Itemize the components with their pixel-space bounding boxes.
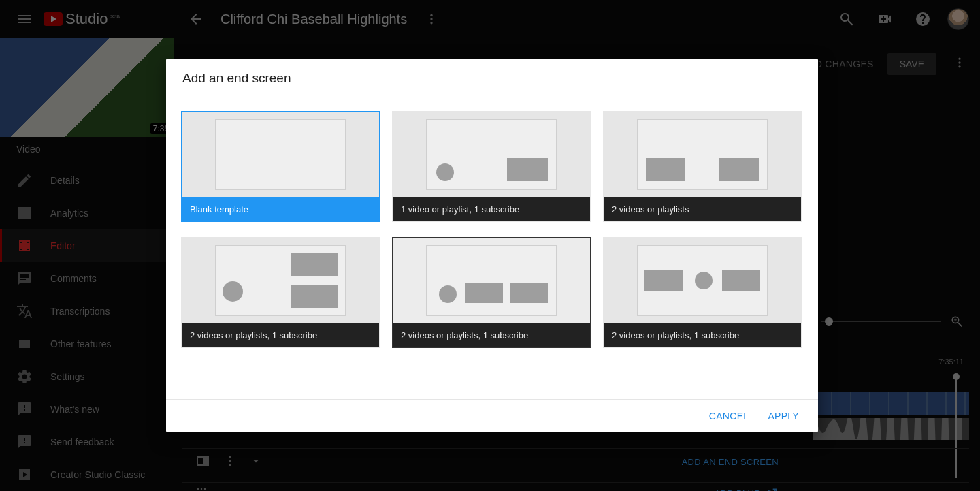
cancel-button[interactable]: CANCEL bbox=[709, 411, 749, 422]
template-card[interactable]: 2 videos or playlists, 1 subscribe bbox=[392, 237, 591, 348]
template-card[interactable]: 2 videos or playlists, 1 subscribe bbox=[181, 237, 380, 348]
template-card[interactable]: 2 videos or playlists, 1 subscribe bbox=[603, 237, 802, 348]
card-label: 2 videos or playlists bbox=[604, 197, 801, 221]
apply-button[interactable]: APPLY bbox=[768, 411, 799, 422]
template-card[interactable]: 1 video or playlist, 1 subscribe bbox=[392, 111, 591, 222]
end-screen-modal: Add an end screen Blank template 1 video… bbox=[166, 59, 818, 432]
card-label: Blank template bbox=[182, 197, 379, 221]
template-card[interactable]: 2 videos or playlists bbox=[603, 111, 802, 222]
modal-title: Add an end screen bbox=[166, 59, 818, 97]
card-label: 2 videos or playlists, 1 subscribe bbox=[604, 323, 801, 347]
card-label: 2 videos or playlists, 1 subscribe bbox=[393, 323, 590, 347]
card-label: 2 videos or playlists, 1 subscribe bbox=[182, 323, 379, 347]
template-card-blank[interactable]: Blank template bbox=[181, 111, 380, 222]
card-label: 1 video or playlist, 1 subscribe bbox=[393, 197, 590, 221]
